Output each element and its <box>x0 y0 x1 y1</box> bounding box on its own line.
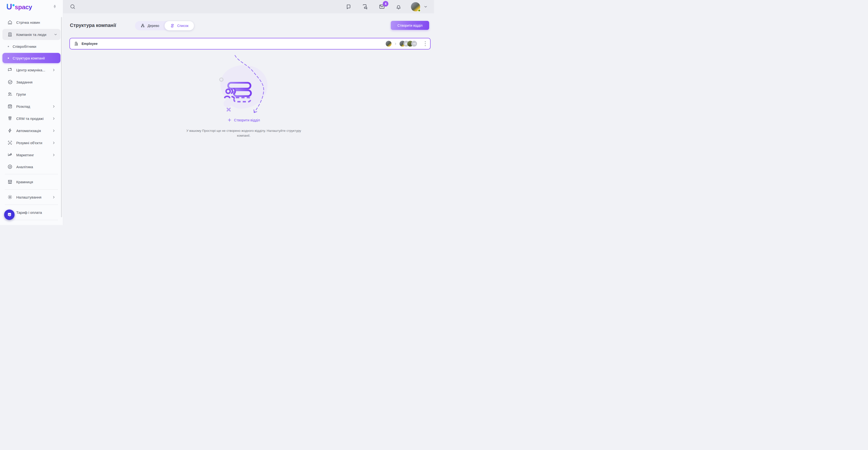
bell-icon[interactable] <box>395 4 402 10</box>
empty-state: Створити відділ У вашому Просторі ще не … <box>63 54 424 138</box>
tab-list-view[interactable]: Список <box>164 21 194 30</box>
tab-label: Список <box>177 24 189 28</box>
storefront-icon <box>7 179 12 185</box>
check-circle-icon <box>7 79 12 85</box>
sidebar-item-schedule[interactable]: Розклад <box>0 100 63 112</box>
department-row[interactable]: Employee ДГ +4 <box>69 38 431 50</box>
divider <box>5 204 58 205</box>
sidebar-item-communication-center[interactable]: Центр комуніка... <box>0 64 63 76</box>
main-content: Структура компанії Дерево Список Створит… <box>63 13 434 225</box>
gear-icon <box>7 194 12 200</box>
status-dot <box>418 9 421 12</box>
sidebar-item-employees[interactable]: Співробітники <box>0 40 63 52</box>
bullet-icon <box>8 46 9 47</box>
pin-sidebar-icon[interactable] <box>53 5 57 9</box>
sidebar-item-marketing[interactable]: Маркетинг <box>0 149 63 161</box>
create-link-label: Створити відділ <box>234 118 260 122</box>
chevron-down-icon <box>54 33 58 36</box>
uspacy-logo[interactable]: U spacy <box>6 2 32 12</box>
sidebar-item-label: Тариф і оплата <box>16 211 42 215</box>
empty-state-illustration <box>215 54 273 117</box>
chat-widget-button[interactable] <box>4 210 14 220</box>
sidebar-item-label: Компанія та люди <box>16 33 46 37</box>
chevron-right-icon <box>52 117 56 120</box>
profile-chevron-down-icon[interactable] <box>424 5 428 9</box>
chats-icon[interactable] <box>362 3 369 10</box>
view-toggle: Дерево Список <box>135 21 194 30</box>
sidebar-item-label: Структура компанії <box>12 56 45 60</box>
page-header: Структура компанії Дерево Список Створит… <box>70 21 429 31</box>
home-icon <box>7 20 12 25</box>
department-building-icon <box>74 41 79 46</box>
department-name: Employee <box>82 42 98 45</box>
chevron-right-icon <box>52 68 56 72</box>
analytics-icon <box>7 164 12 169</box>
list-view-icon <box>170 23 175 28</box>
sidebar-item-label: Стрічка новин <box>16 21 40 25</box>
sidebar-item-analytics[interactable]: Аналітика <box>0 161 63 172</box>
mail-badge: 4 <box>383 1 389 6</box>
sidebar-item-company-people[interactable]: Компанія та люди <box>0 28 63 40</box>
tab-tree-view[interactable]: Дерево <box>135 21 164 30</box>
chevron-right-icon <box>52 141 56 144</box>
chevron-right-icon <box>52 195 56 199</box>
members-avatar-group[interactable]: ДГ +4 <box>400 41 417 46</box>
sidebar-item-label: Автоматизація <box>16 129 41 133</box>
sidebar-item-tasks[interactable]: Завдання <box>0 76 63 88</box>
sidebar-item-groups[interactable]: Групи <box>0 88 63 100</box>
bullet-icon <box>8 58 9 59</box>
smart-objects-icon <box>7 140 12 146</box>
department-row-right: ДГ +4 <box>386 40 427 47</box>
sidebar-item-label: Групи <box>16 92 26 96</box>
sidebar-item-company-structure[interactable]: Структура компанії <box>0 52 63 64</box>
sidebar-item-label: Завдання <box>16 80 33 84</box>
sidebar-item-label: Розклад <box>16 104 30 108</box>
search-icon[interactable] <box>69 3 76 10</box>
logo-text: spacy <box>15 2 32 12</box>
database-coil-icon <box>7 116 12 121</box>
sidebar-item-label: Співробітники <box>12 44 36 49</box>
comment-icon[interactable] <box>345 4 352 10</box>
sidebar-item-label: Аналітика <box>16 165 33 169</box>
plus-icon <box>227 118 231 122</box>
users-icon <box>7 92 12 97</box>
chevron-right-icon <box>52 129 56 132</box>
create-department-button[interactable]: Створити відділ <box>391 21 429 30</box>
chat-bubble-icon <box>7 212 12 218</box>
sidebar-item-label: Маркетинг <box>16 153 34 157</box>
calendar-icon <box>7 104 12 109</box>
create-department-link[interactable]: Створити відділ <box>63 118 424 122</box>
tree-view-icon <box>140 23 145 28</box>
sidebar: U spacy Стрічка новин Компанія та люди <box>0 0 63 225</box>
sidebar-menu: Стрічка новин Компанія та люди Співробіт… <box>0 13 63 220</box>
sidebar-item-label: Крамниця <box>16 180 33 184</box>
chevron-right-icon <box>52 153 56 157</box>
sidebar-item-smart-objects[interactable]: Розумні об'єкти <box>0 137 63 149</box>
page-title: Структура компанії <box>70 23 116 28</box>
row-menu-kebab-icon[interactable] <box>424 40 427 47</box>
logo-letter-u: U <box>6 2 12 12</box>
sidebar-item-news-feed[interactable]: Стрічка новин <box>0 16 63 28</box>
chevron-right-icon <box>52 105 56 108</box>
logo-dot <box>12 4 14 6</box>
user-avatar[interactable] <box>411 2 420 11</box>
sidebar-scrollbar[interactable] <box>61 17 62 217</box>
sidebar-item-settings[interactable]: Налаштування <box>0 191 63 203</box>
sidebar-item-store[interactable]: Крамниця <box>0 176 63 188</box>
sidebar-item-label: CRM та продажі <box>16 117 43 121</box>
megaphone-icon <box>7 152 12 158</box>
department-head-avatar[interactable] <box>386 41 392 46</box>
tab-label: Дерево <box>148 24 159 28</box>
sidebar-item-label: Розумні об'єкти <box>16 141 42 145</box>
members-more-count: +4 <box>411 41 417 46</box>
mail-icon[interactable]: 4 <box>379 3 385 10</box>
sidebar-item-crm-sales[interactable]: CRM та продажі <box>0 112 63 125</box>
building-icon <box>7 32 12 37</box>
divider <box>5 220 58 220</box>
sidebar-item-automation[interactable]: Автоматизація <box>0 125 63 137</box>
empty-state-description: У вашому Просторі ще не створено жодного… <box>185 128 302 138</box>
sidebar-item-label: Центр комуніка... <box>16 68 45 72</box>
divider <box>5 189 58 190</box>
topbar: 4 <box>63 0 434 13</box>
sidebar-item-label: Налаштування <box>16 195 41 199</box>
